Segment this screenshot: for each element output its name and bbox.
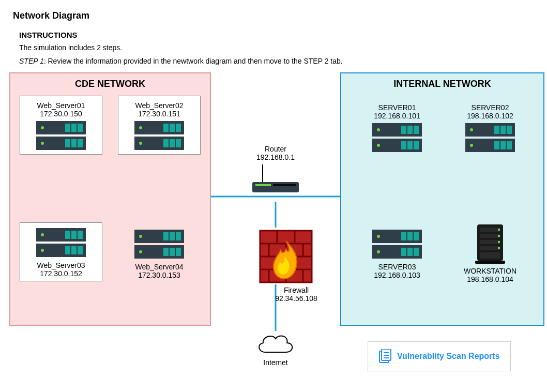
svg-rect-15 [65, 124, 70, 132]
server-icon [372, 230, 422, 260]
svg-rect-95 [414, 232, 419, 240]
svg-rect-36 [71, 231, 77, 239]
svg-rect-28 [163, 139, 169, 147]
svg-point-91 [377, 235, 380, 238]
node-server03[interactable]: SERVER03 192.168.0.103 [366, 227, 428, 279]
svg-rect-50 [176, 248, 181, 256]
svg-rect-74 [407, 126, 413, 134]
svg-rect-73 [401, 126, 406, 134]
node-web-server01[interactable]: Web_Server01 172.30.0.150 [20, 96, 102, 155]
server-icon [36, 228, 86, 258]
svg-rect-38 [65, 246, 70, 254]
svg-rect-108 [498, 247, 500, 249]
server-icon [134, 230, 184, 260]
svg-rect-102 [498, 229, 500, 231]
svg-rect-18 [65, 139, 70, 147]
svg-rect-35 [65, 231, 70, 239]
svg-point-34 [41, 249, 44, 252]
node-name: Web_Server02 [123, 101, 196, 110]
page-title: Network Diagram [13, 10, 534, 21]
server-icon [465, 123, 515, 153]
node-workstation[interactable]: WORKSTATION 198.168.0.104 [459, 221, 521, 283]
node-name: SERVER01 [366, 103, 428, 112]
node-router[interactable]: Router 192.168.0.1 [245, 145, 307, 195]
node-internet: Internet [252, 328, 299, 367]
step1-text: : Review the information provided in the… [44, 57, 343, 65]
node-name: Firewall [265, 286, 327, 294]
svg-rect-84 [500, 126, 506, 134]
svg-rect-100 [475, 261, 505, 264]
svg-rect-52 [252, 182, 299, 192]
svg-rect-26 [170, 124, 175, 132]
node-firewall[interactable]: Firewall 92.34.56.108 [245, 225, 327, 303]
svg-rect-106 [498, 241, 500, 243]
node-ip: 198.168.0.104 [459, 275, 521, 283]
network-diagram: CDE NETWORK INTERNAL NETWORK Web_Server0… [9, 72, 537, 383]
cde-zone-title: CDE NETWORK [10, 79, 210, 89]
vulnerability-scan-reports-button[interactable]: Vulnerablity Scan Reports [368, 341, 511, 371]
svg-rect-76 [401, 141, 406, 149]
node-name: Web_Server03 [24, 261, 98, 269]
svg-rect-19 [71, 139, 77, 147]
svg-rect-46 [170, 232, 175, 240]
svg-rect-93 [401, 232, 406, 240]
node-ip: 192.168.0.101 [366, 112, 428, 120]
svg-rect-75 [414, 126, 419, 134]
node-ip: 172.30.0.153 [128, 271, 190, 279]
node-ip: 172.30.0.152 [24, 269, 98, 278]
svg-point-92 [377, 250, 380, 253]
svg-rect-40 [78, 246, 83, 254]
internal-zone-title: INTERNAL NETWORK [341, 79, 543, 89]
report-icon [378, 349, 392, 364]
svg-rect-54 [273, 184, 296, 186]
node-name: WORKSTATION [459, 267, 521, 275]
svg-rect-17 [78, 124, 83, 132]
node-name: Internet [252, 358, 299, 367]
svg-rect-87 [500, 141, 506, 149]
instructions-text: The simulation includes 2 steps. [19, 43, 534, 52]
node-name: Web_Server04 [128, 263, 190, 271]
svg-rect-86 [494, 141, 499, 149]
cloud-icon [255, 331, 296, 357]
svg-point-71 [377, 128, 380, 131]
node-ip: 92.34.56.108 [265, 294, 327, 303]
workstation-icon [474, 224, 506, 265]
step1-line: STEP 1: Review the information provided … [19, 57, 534, 65]
svg-rect-48 [163, 248, 169, 256]
node-ip: 192.168.0.1 [245, 153, 307, 161]
svg-rect-39 [71, 246, 77, 254]
svg-rect-16 [71, 124, 77, 132]
svg-rect-96 [401, 248, 406, 256]
node-ip: 172.30.0.150 [24, 110, 98, 118]
svg-rect-103 [480, 234, 500, 238]
svg-rect-101 [480, 228, 500, 232]
svg-rect-29 [170, 139, 175, 147]
node-web-server04[interactable]: Web_Server04 172.30.0.153 [128, 227, 190, 279]
button-label: Vulnerablity Scan Reports [397, 352, 500, 361]
node-web-server02[interactable]: Web_Server02 172.30.0.151 [118, 96, 201, 155]
svg-rect-37 [78, 231, 83, 239]
firewall-icon [257, 228, 314, 285]
node-ip: 198.168.0.102 [459, 112, 521, 120]
node-server02[interactable]: SERVER02 198.168.0.102 [459, 103, 521, 153]
svg-point-43 [139, 235, 142, 238]
server-icon [134, 121, 184, 151]
svg-point-82 [470, 144, 473, 147]
node-server01[interactable]: SERVER01 192.168.0.101 [366, 103, 428, 153]
router-icon [252, 164, 299, 195]
svg-rect-45 [163, 232, 169, 240]
node-ip: 172.30.0.151 [123, 110, 196, 118]
node-web-server03[interactable]: Web_Server03 172.30.0.152 [20, 222, 102, 281]
svg-rect-109 [480, 252, 500, 259]
svg-rect-105 [480, 240, 500, 244]
svg-point-33 [41, 233, 44, 236]
svg-rect-107 [480, 246, 500, 250]
svg-rect-30 [176, 139, 181, 147]
svg-point-24 [139, 142, 142, 145]
svg-rect-104 [498, 235, 500, 237]
svg-rect-88 [507, 141, 512, 149]
server-icon [36, 121, 86, 151]
svg-point-13 [41, 126, 44, 129]
svg-rect-20 [78, 139, 83, 147]
node-name: Router [245, 145, 307, 153]
